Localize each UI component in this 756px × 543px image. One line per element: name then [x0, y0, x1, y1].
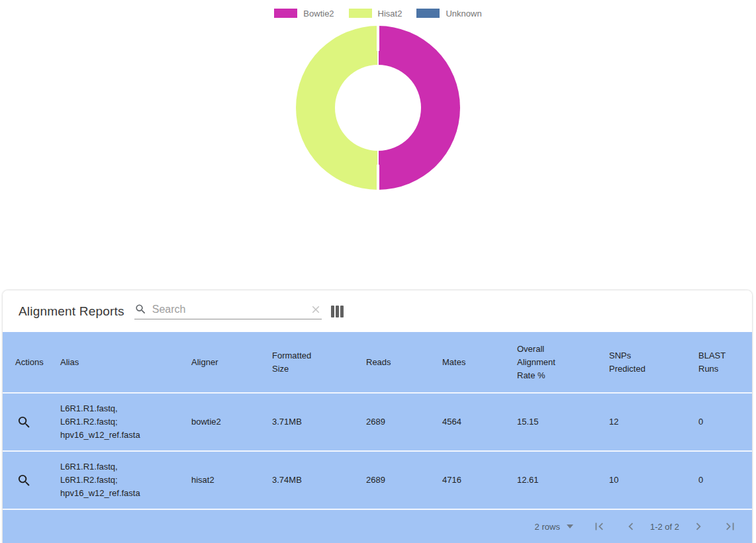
legend-item-hisat2: Hisat2 [349, 9, 402, 19]
table-pagination: 2 rows 1-2 of 2 [3, 509, 752, 543]
mates-cell: 4564 [442, 415, 517, 429]
column-header-formatted-size: Formatted Size [272, 349, 366, 376]
legend-item-unknown: Unknown [416, 9, 481, 19]
formatted-size-cell: 3.74MB [272, 474, 366, 487]
previous-page-button[interactable] [624, 519, 638, 534]
search-action-icon [17, 415, 32, 430]
column-header-alias: Alias [60, 356, 191, 369]
blast-runs-cell: 0 [698, 415, 745, 429]
close-icon [310, 304, 322, 315]
legend-label-hisat2: Hisat2 [378, 9, 402, 19]
aligner-cell: hisat2 [191, 474, 272, 487]
table-row: L6R1.R1.fastq, L6R1.R2.fastq; hpv16_w12_… [3, 392, 752, 450]
reads-cell: 2689 [366, 415, 442, 429]
first-page-button[interactable] [592, 519, 606, 534]
search-action-icon [17, 473, 32, 488]
overall-alignment-rate-cell: 12.61 [517, 474, 609, 487]
legend-label-unknown: Unknown [446, 9, 481, 19]
chart-legend: Bowtie2 Hisat2 Unknown [274, 8, 481, 19]
legend-swatch-hisat2 [349, 9, 372, 18]
view-report-button[interactable] [17, 415, 32, 430]
column-header-aligner: Aligner [191, 356, 272, 369]
snps-predicted-cell: 12 [609, 415, 698, 429]
last-page-button[interactable] [723, 519, 737, 534]
alignment-reports-card: Alignment Reports Actions [3, 290, 752, 543]
search-field [134, 303, 322, 319]
table-header-row: Actions Alias Aligner Formatted Size Rea… [3, 332, 752, 392]
alias-cell: L6R1.R1.fastq, L6R1.R2.fastq; hpv16_w12_… [60, 402, 160, 442]
overall-alignment-rate-cell: 15.15 [517, 415, 609, 429]
clear-search-button[interactable] [310, 304, 322, 315]
column-header-actions: Actions [15, 356, 60, 369]
column-header-overall-alignment-rate: Overall Alignment Rate % [517, 343, 609, 382]
column-header-reads: Reads [366, 356, 442, 369]
legend-swatch-unknown [416, 9, 440, 18]
rows-per-page-select[interactable]: 2 rows [535, 522, 573, 532]
legend-item-bowtie2: Bowtie2 [274, 9, 334, 19]
blast-runs-cell: 0 [698, 474, 745, 487]
last-page-icon [723, 519, 737, 534]
mates-cell: 4716 [442, 474, 517, 487]
dropdown-caret-icon [567, 524, 573, 528]
reads-cell: 2689 [366, 474, 442, 487]
chevron-left-icon [624, 519, 638, 534]
legend-label-bowtie2: Bowtie2 [303, 9, 334, 19]
card-header: Alignment Reports [3, 290, 752, 332]
column-header-snps-predicted: SNPs Predicted [609, 349, 698, 376]
column-header-blast-runs: BLAST Runs [698, 349, 745, 376]
legend-swatch-bowtie2 [274, 9, 297, 18]
aligner-summary-chart: Bowtie2 Hisat2 Unknown [0, 0, 756, 190]
table-row: L6R1.R1.fastq, L6R1.R2.fastq; hpv16_w12_… [3, 450, 752, 509]
first-page-icon [592, 519, 606, 534]
column-visibility-button[interactable] [331, 306, 344, 317]
snps-predicted-cell: 10 [609, 474, 698, 487]
search-icon [134, 303, 147, 315]
rows-per-page-label: 2 rows [535, 522, 560, 532]
view-report-button[interactable] [17, 473, 32, 488]
alias-cell: L6R1.R1.fastq, L6R1.R2.fastq; hpv16_w12_… [60, 460, 160, 500]
view-column-icon [331, 306, 344, 317]
column-header-mates: Mates [442, 356, 517, 369]
next-page-button[interactable] [691, 519, 706, 534]
formatted-size-cell: 3.71MB [272, 415, 366, 429]
page: Bowtie2 Hisat2 Unknown Alignment Reports [0, 0, 756, 543]
search-input[interactable] [152, 304, 310, 315]
page-title: Alignment Reports [19, 304, 124, 319]
chevron-right-icon [691, 519, 706, 534]
page-range-label: 1-2 of 2 [650, 522, 679, 532]
aligner-cell: bowtie2 [191, 415, 272, 429]
donut-chart [296, 26, 460, 190]
